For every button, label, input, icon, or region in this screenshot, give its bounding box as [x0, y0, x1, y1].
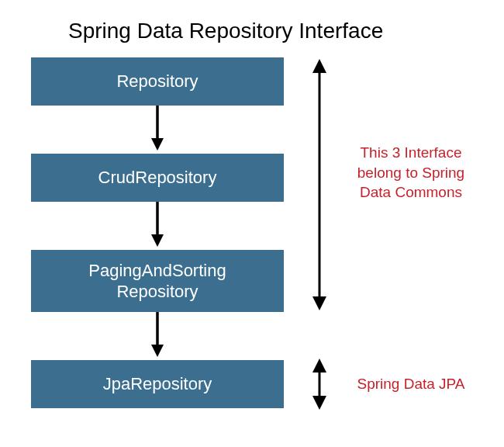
box-paging-sorting-repository: PagingAndSorting Repository — [31, 250, 284, 312]
svg-marker-11 — [312, 396, 326, 410]
double-arrow-vertical-icon — [309, 57, 330, 312]
svg-marker-7 — [312, 59, 326, 73]
annotation-jpa: Spring Data JPA — [341, 374, 481, 394]
down-arrow-icon — [150, 106, 165, 154]
box-crud-repository: CrudRepository — [31, 154, 284, 202]
annotation-commons: This 3 Interface belong to Spring Data C… — [341, 143, 481, 203]
arrow-paging-to-jpa — [31, 312, 284, 360]
double-arrow-vertical-icon — [309, 359, 330, 410]
box-repository: Repository — [31, 57, 284, 106]
bracket-jpa — [309, 359, 330, 410]
down-arrow-icon — [150, 202, 165, 250]
svg-marker-3 — [151, 234, 164, 247]
box-jpa-label: JpaRepository — [103, 373, 212, 395]
down-arrow-icon — [150, 312, 165, 360]
svg-marker-10 — [312, 359, 326, 372]
diagram-title: Spring Data Repository Interface — [0, 0, 504, 57]
box-repository-label: Repository — [116, 71, 198, 92]
diagram-area: Repository CrudRepository PagingAndSorti… — [0, 57, 504, 438]
box-paging-label: PagingAndSorting Repository — [88, 260, 226, 303]
svg-marker-1 — [151, 138, 164, 151]
svg-marker-5 — [151, 345, 164, 357]
box-crud-label: CrudRepository — [98, 167, 217, 189]
arrow-crud-to-paging — [31, 202, 284, 250]
box-jpa-repository: JpaRepository — [31, 360, 284, 408]
bracket-commons — [309, 57, 330, 312]
svg-marker-8 — [312, 296, 326, 310]
arrow-repository-to-crud — [31, 106, 284, 154]
